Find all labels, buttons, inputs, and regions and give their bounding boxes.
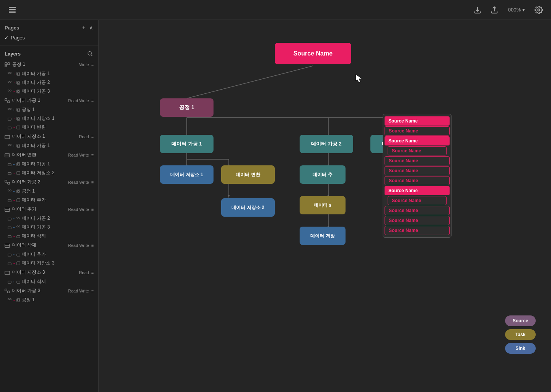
legend-sink[interactable]: Sink bbox=[505, 343, 536, 354]
popup-item-8[interactable]: Source Name bbox=[385, 186, 450, 195]
layer-item[interactable]: ← 데이터 가공 1 bbox=[0, 141, 98, 150]
svg-rect-70 bbox=[5, 289, 7, 291]
process1-node[interactable]: 데이터 가공 1 bbox=[160, 135, 214, 153]
layer-item[interactable]: → 데이터 변환 bbox=[0, 123, 98, 132]
layer-item[interactable]: ← 공정 1 bbox=[0, 187, 98, 196]
popup-item-5[interactable]: Source Name bbox=[385, 156, 450, 165]
source-name-node[interactable]: Source Name bbox=[275, 43, 351, 64]
svg-rect-74 bbox=[17, 298, 20, 301]
layer-group-storage1[interactable]: 데이터 저장소 1 Read ≡ bbox=[0, 132, 98, 141]
layer-item[interactable]: → 데이터 저장소 1 bbox=[0, 114, 98, 123]
svg-rect-54 bbox=[17, 217, 18, 218]
group-menu-icon[interactable]: ≡ bbox=[91, 62, 94, 67]
export-icon[interactable] bbox=[471, 4, 484, 16]
layer-item[interactable]: → 데이터 추가 bbox=[0, 196, 98, 204]
svg-rect-44 bbox=[8, 182, 10, 184]
layer-item[interactable]: → 데이터 삭제 bbox=[0, 232, 98, 240]
popup-item-7[interactable]: Source Name bbox=[385, 176, 450, 185]
storage3-node[interactable]: 데이터 저장 bbox=[300, 227, 346, 245]
svg-rect-6 bbox=[8, 62, 10, 64]
logo-icon[interactable] bbox=[6, 4, 18, 16]
transform-node[interactable]: 데이터 변환 bbox=[221, 165, 275, 184]
layer-group-dataprocess1[interactable]: 데이터 가공 1 Read Write ≡ bbox=[0, 96, 98, 105]
popup-item-9[interactable]: Source Name bbox=[388, 196, 447, 205]
zoom-control[interactable]: 000% ▾ bbox=[505, 5, 528, 14]
layer-item[interactable]: ← 데이터 가공 2 bbox=[0, 214, 98, 223]
layer-group-transform[interactable]: 데이터 변환 Read Write ≡ bbox=[0, 150, 98, 160]
svg-rect-32 bbox=[8, 144, 9, 145]
pages-section: Pages + ∧ ✓ Pages bbox=[0, 20, 98, 46]
svg-rect-60 bbox=[17, 235, 20, 238]
popup-item-6[interactable]: Source Name bbox=[385, 166, 450, 175]
popup-item-3[interactable]: Source Name bbox=[385, 136, 450, 145]
canvas[interactable]: Source Name 공정 1 데이터 가공 1 데이터 가공 2 데이터 가… bbox=[99, 20, 551, 392]
svg-rect-21 bbox=[8, 101, 10, 103]
svg-rect-1 bbox=[9, 9, 16, 10]
popup-item-2[interactable]: Source Name bbox=[385, 126, 450, 136]
chevron-down-icon: ▾ bbox=[522, 7, 525, 13]
legend-sink-badge: Sink bbox=[505, 343, 536, 354]
svg-rect-11 bbox=[18, 73, 20, 75]
transform-label: 데이터 변환 bbox=[236, 172, 260, 178]
legend-task[interactable]: Task bbox=[505, 329, 536, 340]
svg-rect-53 bbox=[8, 218, 11, 220]
pages-item-label: Pages bbox=[11, 35, 25, 41]
layer-item[interactable]: ← 공정 1 bbox=[0, 105, 98, 114]
legend-source[interactable]: Source bbox=[505, 315, 536, 326]
storage2c-node[interactable]: 데이터 s bbox=[300, 196, 346, 214]
layer-group-dataadd[interactable]: 데이터 추가 Read Write ≡ bbox=[0, 204, 98, 214]
svg-rect-19 bbox=[18, 90, 20, 92]
layer-group-process1[interactable]: 공정 1 Write ≡ bbox=[0, 60, 98, 69]
collapse-pages-button[interactable]: ∧ bbox=[88, 24, 94, 31]
import-icon[interactable] bbox=[488, 4, 500, 16]
svg-rect-68 bbox=[8, 281, 11, 283]
popup-item-10[interactable]: Source Name bbox=[385, 206, 450, 215]
layer-item[interactable]: → 데이터 저장소 3 bbox=[0, 259, 98, 268]
layer-item[interactable]: → 공정 1 bbox=[0, 296, 98, 304]
settings-icon[interactable] bbox=[533, 4, 545, 16]
sidebar: Pages + ∧ ✓ Pages Layers bbox=[0, 20, 99, 392]
layer-item[interactable]: ← 데이터 추가 bbox=[0, 250, 98, 259]
layer-item[interactable]: ← 데이터 가공 3 bbox=[0, 223, 98, 232]
layer-item[interactable]: → 데이터 가공 1 bbox=[0, 69, 98, 78]
add-page-button[interactable]: + bbox=[82, 24, 86, 31]
storage2b-node[interactable]: 데이터 추 bbox=[300, 165, 346, 184]
layer-item[interactable]: ← 데이터 삭제 bbox=[0, 277, 98, 286]
main-layout: Pages + ∧ ✓ Pages Layers bbox=[0, 20, 551, 392]
svg-rect-18 bbox=[17, 90, 20, 93]
layer-item[interactable]: → 데이터 가공 2 bbox=[0, 78, 98, 87]
svg-rect-43 bbox=[5, 180, 7, 182]
layer-item[interactable]: → 데이터 가공 3 bbox=[0, 87, 98, 96]
storage2-node[interactable]: 데이터 저장소 2 bbox=[221, 198, 275, 217]
search-icon[interactable] bbox=[86, 50, 94, 57]
pages-title: Pages bbox=[5, 25, 19, 31]
topbar: 000% ▾ bbox=[0, 0, 551, 20]
popup-item-12[interactable]: Source Name bbox=[385, 226, 450, 235]
process2-label: 데이터 가공 2 bbox=[311, 140, 341, 147]
svg-rect-33 bbox=[10, 144, 11, 145]
storage2c-label: 데이터 s bbox=[314, 202, 331, 209]
layer-group-storage3[interactable]: 데이터 저장소 3 Read ≡ bbox=[0, 268, 98, 277]
layer-group-datadelete[interactable]: 데이터 삭제 Read Write ≡ bbox=[0, 240, 98, 250]
svg-rect-66 bbox=[17, 261, 20, 265]
storage1-node[interactable]: 데이터 저장소 1 bbox=[160, 165, 214, 184]
svg-rect-16 bbox=[8, 90, 9, 91]
svg-rect-22 bbox=[8, 108, 9, 109]
layer-group-dataprocess3[interactable]: 데이터 가공 3 Read Write ≡ bbox=[0, 286, 98, 296]
popup-item-4[interactable]: Source Name bbox=[388, 146, 447, 155]
popup-item-11[interactable]: Source Name bbox=[385, 216, 450, 225]
svg-rect-8 bbox=[8, 72, 9, 73]
layer-group-dataprocess2[interactable]: 데이터 가공 2 Read Write ≡ bbox=[0, 177, 98, 187]
svg-rect-25 bbox=[18, 109, 20, 111]
layer-item[interactable]: ← 데이터 가공 1 bbox=[0, 160, 98, 168]
layers-header: Layers bbox=[0, 46, 98, 60]
process1-label: 데이터 가공 1 bbox=[171, 140, 202, 147]
popup-menu[interactable]: Source Name Source Name Source Name Sour… bbox=[383, 114, 452, 238]
root-node[interactable]: 공정 1 bbox=[160, 98, 214, 117]
layer-item[interactable]: → 데이터 저장소 2 bbox=[0, 168, 98, 177]
pages-item[interactable]: ✓ Pages bbox=[5, 34, 94, 42]
svg-rect-61 bbox=[5, 244, 10, 247]
process2-node[interactable]: 데이터 가공 2 bbox=[300, 135, 353, 153]
popup-item-1[interactable]: Source Name bbox=[385, 116, 450, 126]
svg-rect-58 bbox=[19, 225, 20, 227]
